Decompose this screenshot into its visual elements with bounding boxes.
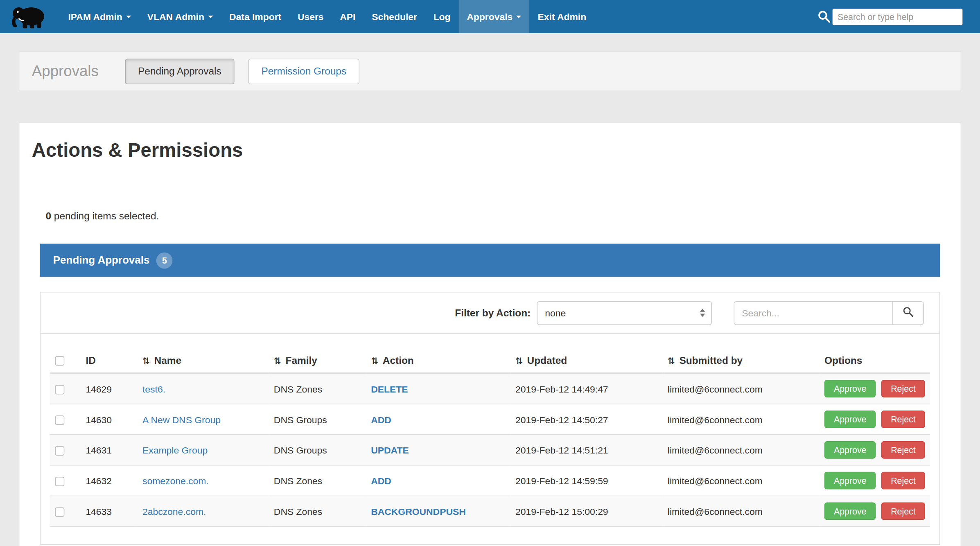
table-row: 14631Example GroupDNS GroupsUPDATE2019-F… (50, 435, 930, 465)
cell-submitted-by: limited@6connect.com (663, 435, 820, 465)
cell-checkbox (50, 373, 81, 404)
column-header-action[interactable]: ⇅Action (366, 349, 510, 373)
cell-family: DNS Zones (269, 496, 366, 527)
action-filter-select[interactable]: none (537, 301, 712, 325)
cell-submitted-by: limited@6connect.com (663, 404, 820, 435)
cell-id: 14632 (81, 465, 138, 496)
cell-name: somezone.com. (138, 465, 269, 496)
approve-button[interactable]: Approve (824, 411, 876, 428)
row-checkbox[interactable] (55, 507, 64, 517)
cell-family: DNS Groups (269, 404, 366, 435)
approve-button[interactable]: Approve (824, 380, 876, 397)
column-header-submitted-by[interactable]: ⇅Submitted by (663, 349, 820, 373)
sort-icon: ⇅ (515, 356, 523, 366)
record-link[interactable]: Example Group (142, 444, 208, 455)
top-navbar: IPAM AdminVLAN AdminData ImportUsersAPIS… (0, 0, 980, 33)
row-checkbox[interactable] (55, 477, 64, 486)
selected-summary: 0 pending items selected. (45, 211, 960, 222)
search-icon (903, 306, 914, 319)
search-icon[interactable] (817, 10, 831, 23)
cell-options: ApproveReject (820, 465, 930, 496)
nav-item-approvals[interactable]: Approvals (458, 0, 529, 33)
action-label: DELETE (371, 384, 408, 394)
select-all-header (50, 349, 81, 373)
column-header-name[interactable]: ⇅Name (138, 349, 269, 373)
table-search-input[interactable] (734, 301, 893, 325)
record-link[interactable]: somezone.com. (142, 475, 209, 486)
caret-down-icon (126, 15, 131, 18)
nav-item-label: Exit Admin (537, 11, 586, 22)
nav-item-scheduler[interactable]: Scheduler (364, 0, 425, 33)
count-badge: 5 (156, 252, 173, 268)
record-link[interactable]: test6. (142, 384, 165, 394)
help-search-input[interactable] (833, 9, 963, 25)
nav-item-label: Scheduler (372, 11, 417, 22)
nav-item-label: Data Import (229, 11, 281, 22)
cell-action: DELETE (366, 373, 510, 404)
nav-item-log[interactable]: Log (425, 0, 459, 33)
cell-action: BACKGROUNDPUSH (366, 496, 510, 527)
panel-title: Pending Approvals (53, 254, 150, 267)
selected-text: pending items selected. (51, 211, 159, 221)
nav-item-api[interactable]: API (332, 0, 364, 33)
nav-item-exit-admin[interactable]: Exit Admin (530, 0, 594, 33)
select-all-checkbox[interactable] (55, 356, 64, 366)
cell-id: 14631 (81, 435, 138, 465)
approve-button[interactable]: Approve (824, 503, 876, 520)
column-header-family[interactable]: ⇅Family (269, 349, 366, 373)
section-title: Approvals (32, 63, 99, 80)
column-header-options: Options (820, 349, 930, 373)
nav-item-label: Log (434, 11, 451, 22)
reject-button[interactable]: Reject (881, 472, 925, 490)
row-checkbox[interactable] (55, 415, 64, 425)
table-search-button[interactable] (892, 301, 924, 325)
cell-updated: 2019-Feb-12 14:59:59 (510, 465, 663, 496)
cell-checkbox (50, 465, 81, 496)
action-label: ADD (371, 475, 391, 486)
sort-icon: ⇅ (142, 356, 150, 366)
action-label: UPDATE (371, 444, 409, 455)
record-link[interactable]: 2abczone.com. (142, 506, 206, 517)
column-label: Submitted by (679, 355, 743, 366)
provision-elephant-logo[interactable] (11, 3, 47, 29)
caret-down-icon (208, 15, 213, 18)
reject-button[interactable]: Reject (881, 411, 925, 428)
nav-item-label: VLAN Admin (147, 11, 204, 22)
cell-name: test6. (138, 373, 269, 404)
action-label: ADD (371, 414, 391, 424)
nav-item-data-import[interactable]: Data Import (221, 0, 289, 33)
cell-id: 14630 (81, 404, 138, 435)
cell-options: ApproveReject (820, 496, 930, 527)
cell-action: UPDATE (366, 435, 510, 465)
nav-item-label: Approvals (467, 11, 513, 22)
pending-approvals-panel-header: Pending Approvals 5 (40, 244, 940, 277)
page-title: Actions & Permissions (32, 139, 961, 162)
approve-button[interactable]: Approve (824, 441, 876, 459)
nav-item-ipam-admin[interactable]: IPAM Admin (60, 0, 139, 33)
nav-item-users[interactable]: Users (289, 0, 332, 33)
tab-pending-approvals[interactable]: Pending Approvals (125, 59, 235, 84)
sort-icon: ⇅ (668, 356, 675, 366)
sort-icon: ⇅ (274, 356, 281, 366)
column-header-updated[interactable]: ⇅Updated (510, 349, 663, 373)
page: IPAM AdminVLAN AdminData ImportUsersAPIS… (0, 0, 980, 546)
column-label: ID (86, 355, 95, 366)
main-panel: Actions & Permissions 0 pending items se… (19, 122, 961, 546)
reject-button[interactable]: Reject (881, 441, 925, 459)
cell-action: ADD (366, 404, 510, 435)
cell-updated: 2019-Feb-12 14:51:21 (510, 435, 663, 465)
table-row: 14632somezone.com.DNS ZonesADD2019-Feb-1… (50, 465, 930, 496)
selected-filter-value: none (545, 307, 566, 318)
table-header-row: ID⇅Name⇅Family⇅Action⇅Updated⇅Submitted … (50, 349, 930, 373)
cell-action: ADD (366, 465, 510, 496)
approve-button[interactable]: Approve (824, 472, 876, 490)
column-label: Updated (527, 355, 567, 366)
row-checkbox[interactable] (55, 385, 64, 394)
reject-button[interactable]: Reject (881, 380, 925, 397)
reject-button[interactable]: Reject (881, 503, 925, 520)
nav-item-vlan-admin[interactable]: VLAN Admin (139, 0, 221, 33)
table-row: 146332abczone.com.DNS ZonesBACKGROUNDPUS… (50, 496, 930, 527)
tab-permission-groups[interactable]: Permission Groups (248, 59, 359, 84)
row-checkbox[interactable] (55, 446, 64, 456)
record-link[interactable]: A New DNS Group (142, 414, 221, 424)
